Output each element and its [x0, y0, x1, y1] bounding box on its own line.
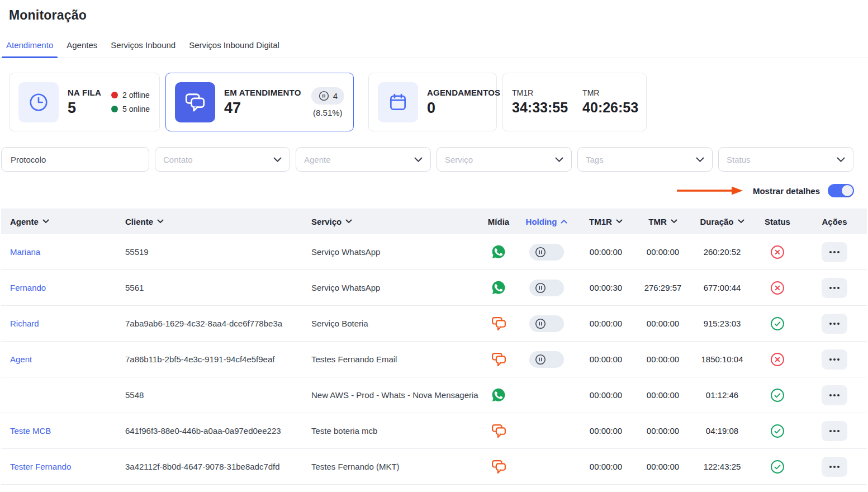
holding-pause-pill[interactable] — [529, 280, 564, 296]
midia-cell — [481, 387, 516, 403]
tab-servi-os-inbound-digital[interactable]: Serviços Inbound Digital — [184, 37, 284, 58]
status-ok-icon — [770, 316, 785, 332]
column-header-tmr[interactable]: TMR — [634, 217, 691, 226]
agente-cell: Tester Fernando — [1, 462, 116, 471]
holding-pause-pill[interactable] — [529, 244, 564, 261]
tab-servi-os-inbound[interactable]: Serviços Inbound — [106, 37, 180, 58]
chevron-down-icon — [837, 157, 845, 162]
protocolo-filter[interactable] — [1, 147, 149, 172]
servico-cell: Testes Fernando (MKT) — [302, 462, 481, 471]
whatsapp-icon — [491, 280, 506, 296]
holding-pause-pill[interactable] — [529, 315, 564, 332]
status-filter[interactable]: Status — [718, 147, 853, 172]
tmr-cell: 00:00:00 — [634, 319, 691, 328]
table-row: Tester Fernando3a42112f-8b0d-4647-9078-3… — [1, 449, 867, 485]
servico-cell: Teste boteria mcb — [302, 426, 481, 436]
duracao-cell: 04:19:08 — [691, 426, 753, 436]
contato-filter[interactable]: Contato — [155, 147, 290, 172]
acoes-cell — [802, 349, 867, 370]
em-atendimento-value: 47 — [224, 100, 301, 117]
tab-agentes[interactable]: Agentes — [62, 37, 102, 58]
cliente-cell: 7aba9ab6-1629-4c32-8aa4-dce6f778be3a — [116, 319, 302, 328]
column-header-holding[interactable]: Holding — [516, 217, 577, 226]
card-em-atendimento[interactable]: EM ATENDIMENTO 47 4 (8.51%) — [165, 73, 354, 131]
agente-cell: Mariana — [1, 247, 116, 257]
holding-cell — [516, 315, 577, 332]
card-agendamentos[interactable]: AGENDAMENTOS 0 — [368, 73, 497, 131]
acoes-cell — [802, 421, 867, 441]
cliente-cell: 641f96f3-88e0-446b-a0aa-0a97ed0ee223 — [116, 426, 302, 436]
agendamentos-value: 0 — [427, 100, 500, 117]
status-ok-icon — [770, 387, 785, 403]
stat-cards: NA FILA 5 2 offline 5 online EM ATENDIME… — [9, 73, 859, 131]
row-actions-button[interactable] — [822, 421, 847, 441]
status-ok-icon — [770, 423, 785, 439]
agent-link[interactable]: Mariana — [10, 247, 40, 257]
table-row: 5548New AWS - Prod - Whats - Nova Mensag… — [1, 377, 867, 413]
row-actions-button[interactable] — [822, 242, 847, 262]
servico-placeholder: Serviço — [445, 155, 551, 164]
table-row: Mariana55519Serviço WhatsApp00:00:0000:0… — [1, 234, 867, 270]
status-cell — [753, 244, 802, 260]
card-na-fila[interactable]: NA FILA 5 2 offline 5 online — [9, 73, 160, 131]
pause-circle-icon — [318, 90, 330, 102]
midia-cell — [481, 423, 516, 438]
midia-cell — [481, 316, 516, 331]
row-actions-button[interactable] — [822, 457, 847, 477]
agente-filter[interactable]: Agente — [296, 147, 431, 172]
chevron-down-icon — [273, 157, 282, 162]
tmr-cell: 276:29:57 — [634, 283, 691, 292]
row-actions-button[interactable] — [822, 349, 847, 370]
column-header-servi-o[interactable]: Serviço — [302, 217, 481, 226]
holding-pause-pill[interactable] — [529, 351, 564, 368]
agent-link[interactable]: Fernando — [10, 283, 46, 292]
servico-filter[interactable]: Serviço — [437, 147, 572, 172]
chat-bubbles-icon — [175, 82, 215, 122]
agent-link[interactable]: Richard — [10, 319, 39, 328]
row-actions-button[interactable] — [822, 278, 847, 298]
agent-link[interactable]: Tester Fernando — [10, 462, 71, 471]
agendamentos-label: AGENDAMENTOS — [427, 88, 500, 97]
servico-cell: Serviço WhatsApp — [302, 283, 481, 292]
servico-cell: Serviço Boteria — [302, 319, 481, 328]
holding-cell — [516, 280, 577, 296]
duracao-cell: 01:12:46 — [691, 390, 753, 400]
card-tempos: TM1R 34:33:55 TMR 40:26:53 — [502, 73, 647, 131]
mostrar-detalhes-toggle[interactable] — [828, 184, 854, 197]
midia-cell — [481, 352, 516, 367]
chat-bubbles-icon — [491, 459, 507, 474]
column-header-dura-o[interactable]: Duração — [691, 217, 753, 226]
duracao-cell: 677:00:44 — [691, 283, 753, 292]
agent-link[interactable]: Teste MCB — [10, 426, 51, 436]
table-row: Richard7aba9ab6-1629-4c32-8aa4-dce6f778b… — [1, 306, 867, 342]
cliente-cell: 7a86b11b-2bf5-4e3c-9191-94cf4e5f9eaf — [116, 354, 302, 364]
tabs: AtendimentoAgentesServiços InboundServiç… — [0, 37, 868, 58]
servico-cell: New AWS - Prod - Whats - Nova Mensageria — [302, 390, 481, 400]
midia-cell — [481, 244, 516, 260]
column-header-cliente[interactable]: Cliente — [116, 217, 302, 226]
acoes-cell — [802, 278, 867, 298]
paused-badge: 4 — [311, 87, 344, 105]
whatsapp-icon — [491, 387, 506, 403]
tmr-label: TMR — [582, 88, 638, 97]
row-actions-button[interactable] — [822, 314, 847, 334]
column-header-tm1r[interactable]: TM1R — [577, 217, 634, 226]
tm1r-cell: 00:00:00 — [577, 462, 634, 471]
acoes-cell — [802, 457, 867, 477]
protocolo-input[interactable] — [10, 154, 141, 165]
table-body: Mariana55519Serviço WhatsApp00:00:0000:0… — [1, 234, 867, 485]
agent-link[interactable]: Agent — [10, 354, 32, 364]
duracao-cell: 260:20:52 — [691, 247, 753, 257]
row-actions-button[interactable] — [822, 385, 847, 405]
toggle-row: Mostrar detalhes — [0, 184, 854, 197]
tm1r-label: TM1R — [512, 88, 568, 97]
pause-circle-icon — [534, 282, 547, 294]
servico-cell: Testes Fernando Email — [302, 354, 481, 364]
cliente-cell: 5561 — [116, 283, 302, 292]
tab-atendimento[interactable]: Atendimento — [2, 37, 58, 58]
table-header-row: AgenteClienteServiçoMídiaHoldingTM1RTMRD… — [1, 209, 867, 234]
tags-filter[interactable]: Tags — [577, 147, 713, 172]
legend-online: 5 online — [111, 105, 150, 113]
column-header-agente[interactable]: Agente — [1, 217, 116, 226]
pause-circle-icon — [534, 353, 547, 366]
